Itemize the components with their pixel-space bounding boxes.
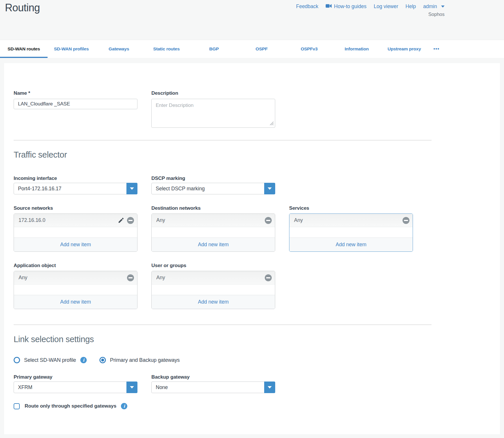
gateway-selects: XFRM None xyxy=(14,382,500,393)
description-input[interactable] xyxy=(151,99,275,128)
admin-menu[interactable]: admin xyxy=(423,3,445,10)
chevron-down-icon xyxy=(130,386,134,388)
log-viewer-link[interactable]: Log viewer xyxy=(374,3,398,10)
routing-page: { "header": { "title": "Routing", "links… xyxy=(0,0,504,438)
primary-gateway-select[interactable]: XFRM xyxy=(14,382,137,393)
list-item: Any xyxy=(152,271,275,284)
remove-item-icon[interactable] xyxy=(265,217,272,224)
video-camera-icon xyxy=(326,3,332,10)
route-only-checkbox-label: Route only through specified gateways xyxy=(25,403,116,409)
tab-upstream-proxy[interactable]: Upstream proxy xyxy=(380,40,428,58)
chevron-down-icon xyxy=(268,187,272,190)
list-item-text: Any xyxy=(156,217,165,223)
sdwan-route-form: Name * Description Traffic selector Inco… xyxy=(4,63,500,434)
chevron-down-icon xyxy=(441,6,445,8)
tab-sdwan-routes[interactable]: SD-WAN routes xyxy=(0,40,48,58)
add-new-item-button[interactable]: Add new item xyxy=(14,295,137,309)
list-item-text: Any xyxy=(19,275,27,281)
info-icon[interactable]: i xyxy=(121,403,127,409)
link-selection-heading: Link selection settings xyxy=(14,334,500,344)
page-title: Routing xyxy=(5,2,40,14)
list-item-text: Any xyxy=(156,275,165,281)
backup-gateway-select[interactable]: None xyxy=(151,382,275,393)
remove-item-icon[interactable] xyxy=(127,217,134,224)
add-new-item-button[interactable]: Add new item xyxy=(289,238,413,251)
chevron-down-icon xyxy=(130,187,134,190)
name-label: Name * xyxy=(14,90,137,96)
list-item: Any xyxy=(14,271,137,284)
name-input[interactable] xyxy=(14,99,137,109)
list-item-text: Any xyxy=(294,217,303,223)
incoming-interface-label: Incoming interface xyxy=(14,176,137,181)
list-item: 172.16.16.0 xyxy=(14,214,137,227)
services-label: Services xyxy=(289,205,413,211)
feedback-link[interactable]: Feedback xyxy=(296,3,318,10)
tab-overflow-more[interactable]: ••• xyxy=(428,40,445,58)
name-description-row: Name * Description xyxy=(14,90,500,129)
networks-boxes: 172.16.16.0 Add new item Any xyxy=(14,213,500,252)
tab-static-routes[interactable]: Static routes xyxy=(143,40,190,58)
interface-dscp-labels: Incoming interface DSCP marking xyxy=(14,176,500,181)
howto-guides-link[interactable]: How-to guides xyxy=(326,3,367,10)
header-right: Feedback How-to guides Log viewer Help a… xyxy=(296,3,445,17)
page-header: Routing Feedback How-to guides Log viewe… xyxy=(0,0,504,40)
description-label: Description xyxy=(151,90,275,96)
tab-information[interactable]: Information xyxy=(333,40,380,58)
primary-backup-gateways-radio-label: Primary and Backup gateways xyxy=(110,357,180,363)
services-listbox: Any Add new item xyxy=(289,213,413,252)
chevron-down-icon xyxy=(268,386,272,388)
interface-dscp-selects: Port4-172.16.16.17 Select DSCP marking xyxy=(14,183,500,194)
add-new-item-button[interactable]: Add new item xyxy=(152,238,275,251)
list-item-text: 172.16.16.0 xyxy=(19,217,45,223)
listbox-body xyxy=(289,227,413,238)
edit-icon[interactable] xyxy=(118,217,124,224)
destination-networks-label: Destination networks xyxy=(151,205,275,211)
brand-label: Sophos xyxy=(296,12,445,17)
section-divider xyxy=(14,324,432,325)
primary-gateway-label: Primary gateway xyxy=(14,374,137,380)
incoming-interface-value: Port4-172.16.16.17 xyxy=(18,186,61,192)
primary-backup-gateways-radio[interactable] xyxy=(99,357,106,363)
add-new-item-button[interactable]: Add new item xyxy=(14,238,137,251)
listbox-body xyxy=(14,227,137,238)
user-groups-label: User or groups xyxy=(151,263,275,269)
route-only-checkbox[interactable] xyxy=(14,403,20,409)
application-object-label: Application object xyxy=(14,263,137,269)
tab-sdwan-profiles[interactable]: SD-WAN profiles xyxy=(48,40,95,58)
tab-ospfv3[interactable]: OSPFv3 xyxy=(285,40,333,58)
sdwan-profile-radio[interactable] xyxy=(14,357,20,363)
source-networks-label: Source networks xyxy=(14,205,137,211)
dscp-marking-select[interactable]: Select DSCP marking xyxy=(151,183,275,194)
dropdown-button[interactable] xyxy=(126,382,137,393)
listbox-body xyxy=(152,284,275,295)
add-new-item-button[interactable]: Add new item xyxy=(152,295,275,309)
link-selection-radios: Select SD-WAN profile i Primary and Back… xyxy=(14,357,500,363)
remove-item-icon[interactable] xyxy=(127,274,134,281)
dscp-marking-label: DSCP marking xyxy=(151,176,275,181)
remove-item-icon[interactable] xyxy=(403,217,409,224)
app-user-labels: Application object User or groups xyxy=(14,263,500,269)
info-icon[interactable]: i xyxy=(80,357,87,363)
tab-bgp[interactable]: BGP xyxy=(190,40,238,58)
user-groups-listbox: Any Add new item xyxy=(151,271,275,309)
section-divider xyxy=(14,140,432,140)
source-networks-listbox: 172.16.16.0 Add new item xyxy=(14,213,137,252)
dropdown-button[interactable] xyxy=(264,183,275,194)
routing-tabbar: SD-WAN routes SD-WAN profiles Gateways S… xyxy=(0,40,504,58)
destination-networks-listbox: Any Add new item xyxy=(151,213,275,252)
gateway-labels: Primary gateway Backup gateway xyxy=(14,374,500,380)
remove-item-icon[interactable] xyxy=(265,274,272,281)
sdwan-profile-radio-label: Select SD-WAN profile xyxy=(24,357,76,363)
dropdown-button[interactable] xyxy=(264,382,275,393)
resize-handle-icon[interactable] xyxy=(270,121,274,127)
application-object-listbox: Any Add new item xyxy=(14,271,137,309)
dropdown-button[interactable] xyxy=(126,183,137,194)
primary-gateway-value: XFRM xyxy=(18,384,32,390)
help-link[interactable]: Help xyxy=(405,3,416,10)
listbox-body xyxy=(14,284,137,295)
traffic-selector-heading: Traffic selector xyxy=(14,149,500,160)
incoming-interface-select[interactable]: Port4-172.16.16.17 xyxy=(14,183,137,194)
tab-gateways[interactable]: Gateways xyxy=(95,40,143,58)
dscp-marking-value: Select DSCP marking xyxy=(156,186,205,192)
tab-ospf[interactable]: OSPF xyxy=(238,40,285,58)
